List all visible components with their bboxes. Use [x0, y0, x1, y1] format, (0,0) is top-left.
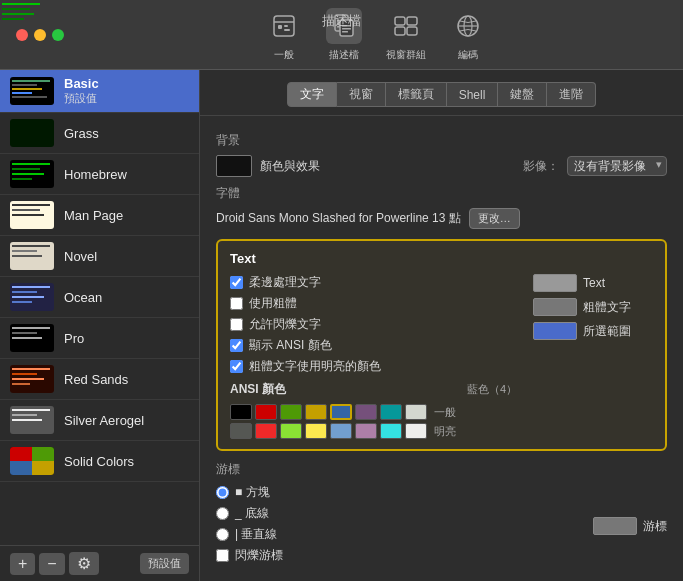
ansi-normal-2[interactable]: [280, 404, 302, 420]
ansi-normal-6[interactable]: [380, 404, 402, 420]
cursor-blink-input[interactable]: [216, 549, 229, 562]
cursor-block-label: ■ 方塊: [235, 484, 270, 501]
bold-color-swatch[interactable]: [533, 298, 577, 316]
font-row: Droid Sans Mono Slashed for Powerline 13…: [216, 208, 667, 229]
text-right: Text 粗體文字 所選範圍: [533, 274, 653, 439]
profile-item-novel[interactable]: Novel: [0, 236, 199, 277]
profile-item-silveraerogel[interactable]: Silver Aerogel: [0, 400, 199, 441]
cursor-blink-row: 閃爍游標: [216, 547, 569, 564]
window-groups-icon: [388, 8, 424, 44]
tab-keyboard[interactable]: 鍵盤: [498, 82, 547, 107]
minimize-button[interactable]: [34, 29, 46, 41]
cursor-underline-radio[interactable]: [216, 507, 229, 520]
ansi-bright-7[interactable]: [405, 423, 427, 439]
toolbar-window-groups[interactable]: 視窗群組: [386, 8, 426, 62]
profile-name-redsands: Red Sands: [64, 372, 128, 387]
toolbar-general[interactable]: 一般: [266, 8, 302, 62]
toolbar-window-groups-label: 視窗群組: [386, 48, 426, 62]
profile-item-redsands[interactable]: Red Sands: [0, 359, 199, 400]
checkbox-blink-input[interactable]: [230, 318, 243, 331]
encoding-icon: [450, 8, 486, 44]
profile-item-pro[interactable]: Pro: [0, 318, 199, 359]
checkbox-bright-bold-input[interactable]: [230, 360, 243, 373]
profile-thumb-ocean: [10, 283, 54, 311]
cursor-underline-label: _ 底線: [235, 505, 269, 522]
text-color-row: Text: [533, 274, 653, 292]
tab-text[interactable]: 文字: [287, 82, 337, 107]
ansi-normal-label: 一般: [434, 405, 458, 420]
text-section-box: Text 柔邊處理文字 使用粗體: [216, 239, 667, 451]
svg-rect-12: [342, 31, 348, 33]
text-color-swatch[interactable]: [533, 274, 577, 292]
checkbox-antialias-input[interactable]: [230, 276, 243, 289]
profile-name-novel: Novel: [64, 249, 97, 264]
main-container: Basic 預設值 Grass: [0, 70, 683, 581]
checkbox-ansi-input[interactable]: [230, 339, 243, 352]
tab-window[interactable]: 視窗: [337, 82, 386, 107]
toolbar-encoding[interactable]: 編碼: [450, 8, 486, 62]
ansi-bright-4[interactable]: [330, 423, 352, 439]
checkbox-bold-label: 使用粗體: [249, 295, 297, 312]
ansi-normal-row: 一般: [230, 404, 517, 420]
profile-name-homebrew: Homebrew: [64, 167, 127, 182]
ansi-normal-1[interactable]: [255, 404, 277, 420]
cursor-bar-radio[interactable]: [216, 528, 229, 541]
cursor-section: 游標 ■ 方塊 _ 底線 | 垂直線: [216, 461, 667, 568]
checkbox-ansi: 顯示 ANSI 顏色: [230, 337, 517, 354]
cursor-bar-label: | 垂直線: [235, 526, 277, 543]
ansi-normal-7[interactable]: [405, 404, 427, 420]
ansi-normal-4[interactable]: [330, 404, 352, 420]
ansi-bright-6[interactable]: [380, 423, 402, 439]
close-button[interactable]: [16, 29, 28, 41]
profile-item-solidcolors[interactable]: Solid Colors: [0, 441, 199, 482]
traffic-lights: [16, 29, 64, 41]
text-left: 柔邊處理文字 使用粗體 允許閃爍文字 顯示 ANSI 顏色: [230, 274, 517, 439]
checkbox-blink-label: 允許閃爍文字: [249, 316, 321, 333]
profile-item-basic[interactable]: Basic 預設值: [0, 70, 199, 113]
gear-button[interactable]: ⚙: [69, 552, 99, 575]
profile-list: Basic 預設值 Grass: [0, 70, 199, 545]
profile-item-manpage[interactable]: Man Page: [0, 195, 199, 236]
sidebar: Basic 預設值 Grass: [0, 70, 200, 581]
tab-tab[interactable]: 標籤頁: [386, 82, 447, 107]
default-button[interactable]: 預設值: [140, 553, 189, 574]
cursor-section-label: 游標: [216, 461, 667, 478]
cursor-blink-label: 閃爍游標: [235, 547, 283, 564]
tab-advanced[interactable]: 進階: [547, 82, 596, 107]
profile-name-basic: Basic: [64, 76, 99, 91]
ansi-bright-5[interactable]: [355, 423, 377, 439]
add-profile-button[interactable]: +: [10, 553, 35, 575]
cursor-inner: ■ 方塊 _ 底線 | 垂直線 閃爍游標: [216, 484, 667, 568]
svg-rect-16: [407, 27, 417, 35]
ansi-bright-1[interactable]: [255, 423, 277, 439]
remove-profile-button[interactable]: −: [39, 553, 64, 575]
background-row: 顏色與效果 影像： 沒有背景影像: [216, 155, 667, 177]
image-label: 影像：: [523, 158, 559, 175]
cursor-block-radio[interactable]: [216, 486, 229, 499]
ansi-normal-5[interactable]: [355, 404, 377, 420]
profile-thumb-pro: [10, 324, 54, 352]
ansi-normal-3[interactable]: [305, 404, 327, 420]
ansi-bright-0[interactable]: [230, 423, 252, 439]
image-select[interactable]: 沒有背景影像: [567, 156, 667, 176]
selection-color-row: 所選範圍: [533, 322, 653, 340]
ansi-section: ANSI 顏色 藍色（4）: [230, 381, 517, 439]
cursor-block-row: ■ 方塊: [216, 484, 569, 501]
cursor-color-swatch[interactable]: [593, 517, 637, 535]
selection-color-swatch[interactable]: [533, 322, 577, 340]
checkbox-bold-input[interactable]: [230, 297, 243, 310]
bold-color-row: 粗體文字: [533, 298, 653, 316]
zoom-button[interactable]: [52, 29, 64, 41]
profile-thumb-grass: [10, 119, 54, 147]
font-change-button[interactable]: 更改…: [469, 208, 520, 229]
text-color-label: Text: [583, 276, 605, 290]
profile-item-homebrew[interactable]: Homebrew: [0, 154, 199, 195]
checkbox-bright-bold-label: 粗體文字使用明亮的顏色: [249, 358, 381, 375]
ansi-bright-3[interactable]: [305, 423, 327, 439]
profile-item-ocean[interactable]: Ocean: [0, 277, 199, 318]
tab-shell[interactable]: Shell: [447, 82, 499, 107]
ansi-normal-0[interactable]: [230, 404, 252, 420]
ansi-bright-2[interactable]: [280, 423, 302, 439]
profile-item-grass[interactable]: Grass: [0, 113, 199, 154]
ansi-rows: 一般: [230, 404, 517, 439]
